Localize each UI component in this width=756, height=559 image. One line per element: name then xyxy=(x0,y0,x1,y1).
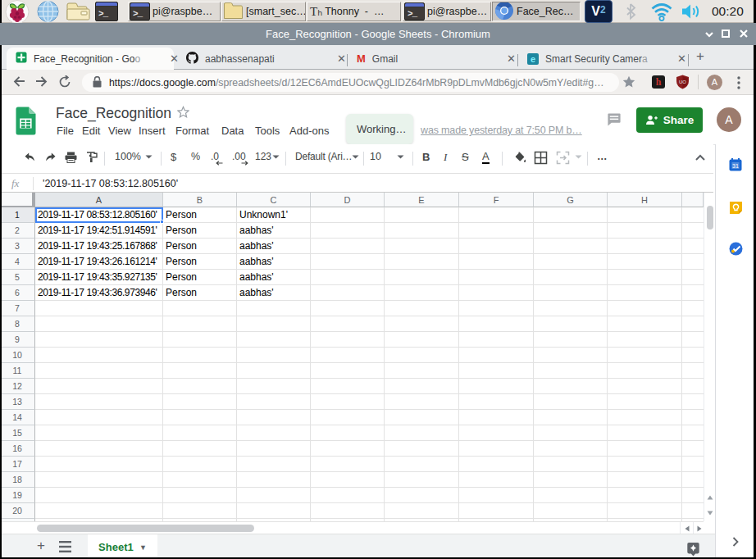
svg-text:31: 31 xyxy=(732,163,739,169)
svg-text:UO: UO xyxy=(679,80,686,84)
